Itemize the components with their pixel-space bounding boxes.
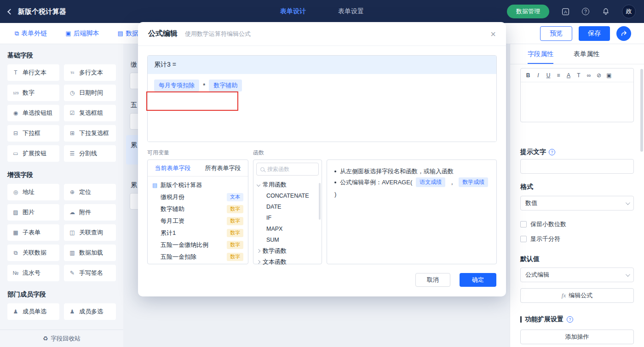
bell-icon[interactable] [602,7,610,16]
italic-icon[interactable]: I [535,72,541,79]
palette-item-subform[interactable]: ▦子表单 [7,224,59,241]
formula-editor-box[interactable]: 累计3 = 每月专项扣除 * 数字辅助 [147,55,497,142]
palette-item-divider[interactable]: ☰分割线 [64,145,116,162]
help-line-2-prefix: 公式编辑举例：AVERAGE( [340,178,412,187]
formula-variable-pill[interactable]: 数字辅助 [209,80,242,91]
field-type-tag: 数字 [227,205,243,213]
palette-item-image[interactable]: ▨图片 [7,204,59,221]
default-value-select[interactable]: 公式编辑 [520,267,634,282]
function-item[interactable]: CONCATENATE [256,190,319,201]
function-group-math[interactable]: 数学函数 [256,245,319,256]
variable-row[interactable]: 累计1数字 [152,227,243,239]
palette-item-number[interactable]: 123数字 [7,85,59,101]
palette-item-address[interactable]: ◎地址 [7,184,59,200]
palette-item-member-multi[interactable]: ♟成员多选 [64,303,116,320]
tab-form-properties[interactable]: 表单属性 [574,44,599,64]
field-type-tag: 文本 [227,193,243,201]
cancel-button[interactable]: 取消 [415,273,450,287]
format-select-value: 数值 [525,199,537,207]
tab-all-form-fields[interactable]: 所有表单字段 [198,160,248,176]
toolbar-link-label: 后端脚本 [74,29,99,38]
field-recycle-bin[interactable]: ♻ 字段回收站 [0,330,123,347]
link-icon[interactable]: ∞ [586,72,592,79]
close-icon[interactable]: × [490,29,496,39]
language-icon[interactable]: A [561,7,569,16]
format-select[interactable]: 数值 [520,196,634,210]
variable-row[interactable]: 五险一金缴纳比例数字 [152,239,243,251]
variable-row[interactable]: 数字辅助数字 [152,203,243,215]
variable-row[interactable]: 缴税月份文本 [152,191,243,203]
save-button[interactable]: 保存 [579,26,610,41]
variables-tree-root[interactable]: ▤ 新版个税计算器 [152,179,243,191]
palette-item-related-data[interactable]: ⧉关联数据 [7,245,59,261]
font-size-icon[interactable]: T [575,72,582,79]
add-action-button[interactable]: 添加操作 [520,330,634,344]
canvas-field-label: 累 [131,141,137,149]
bold-icon[interactable]: B [525,72,531,79]
back-icon[interactable] [7,9,13,15]
insert-image-icon[interactable]: ▣ [606,72,612,79]
palette-item-related-query[interactable]: ◫关联查询 [64,224,116,241]
palette-item-datetime[interactable]: ◷日期时间 [64,85,116,101]
tab-form-settings[interactable]: 表单设置 [338,7,364,16]
format-label: 格式 [520,183,634,191]
palette-item-attachment[interactable]: ☁附件 [64,204,116,221]
palette-item-signature[interactable]: ✎手写签名 [64,265,116,281]
panel-scrollbar[interactable] [640,69,643,152]
share-button[interactable] [616,26,631,41]
tab-form-design[interactable]: 表单设计 [280,7,306,16]
function-group-text[interactable]: 文本函数 [256,256,319,267]
toolbar-link-external[interactable]: ⧉ 表单外链 [15,29,47,38]
toolbar-link-script[interactable]: ▣ 后端脚本 [65,29,99,38]
palette-item-multi-text[interactable]: T≡多行文本 [64,64,116,81]
edit-formula-button[interactable]: fx 编辑公式 [520,288,634,303]
font-color-icon[interactable]: A [565,72,572,79]
help-icon[interactable]: ? [581,7,590,16]
formula-variable-pill[interactable]: 每月专项扣除 [154,80,199,91]
palette-item-extend-button[interactable]: ▭扩展按钮 [7,145,59,162]
palette-item-member-single[interactable]: ♟成员单选 [7,303,59,320]
palette-item-radio-group[interactable]: ◉单选按钮组 [7,105,59,121]
function-group-common[interactable]: 常用函数 [256,179,319,190]
function-item[interactable]: MAPX [256,223,319,234]
palette-item-checkbox-group[interactable]: ☑复选框组 [64,105,116,121]
palette-item-data-load[interactable]: ▥数据加载 [64,245,116,261]
thousands-checkbox-row[interactable]: 显示千分符 [520,235,634,243]
confirm-button[interactable]: 确定 [460,273,496,287]
field-type-tag: 数字 [227,229,243,237]
radio-icon: ◉ [12,110,20,116]
unlink-icon[interactable]: ⊘ [596,72,602,79]
hint-help-icon[interactable]: ? [549,149,555,155]
rich-text-editor[interactable]: B I U ≡ A T ∞ ⊘ ▣ [520,68,634,122]
variables-section-label: 可用变量 [147,149,253,157]
decimal-checkbox-row[interactable]: 保留小数位数 [520,220,634,228]
palette-item-label: 日期时间 [79,89,103,97]
function-item[interactable]: DATE [256,201,319,212]
palette-item-location[interactable]: ⊕定位 [64,184,116,200]
palette-item-serial[interactable]: №流水号 [7,265,59,281]
tab-field-properties[interactable]: 字段属性 [528,44,553,64]
palette-item-dropdown-multi[interactable]: ⊞下拉复选框 [64,125,116,142]
variable-row[interactable]: 五险一金扣除数字 [152,251,243,263]
decimal-checkbox[interactable] [520,221,527,228]
palette-item-label: 单行文本 [23,68,46,77]
hint-text-input[interactable] [520,159,634,174]
script-icon: ▣ [65,30,71,37]
functions-scrollbar[interactable] [319,183,321,220]
underline-icon[interactable]: U [545,72,552,79]
extension-help-icon[interactable]: ? [567,316,573,323]
function-search-input[interactable] [267,166,315,172]
thousands-checkbox[interactable] [520,236,527,242]
variable-row[interactable]: 每月工资数字 [152,215,243,227]
tab-current-form-fields[interactable]: 当前表单字段 [148,160,198,176]
preview-button[interactable]: 预览 [540,26,572,41]
data-manage-button[interactable]: 数据管理 [507,5,549,18]
user-avatar[interactable]: 政 [622,5,636,18]
function-item[interactable]: IF [256,212,319,223]
align-icon[interactable]: ≡ [555,72,562,79]
palette-item-single-text[interactable]: T单行文本 [7,64,59,81]
palette-item-dropdown[interactable]: ⊟下拉框 [7,125,59,142]
function-item[interactable]: SUM [256,234,319,245]
function-search[interactable] [256,163,319,176]
palette-item-label: 流水号 [23,269,40,277]
